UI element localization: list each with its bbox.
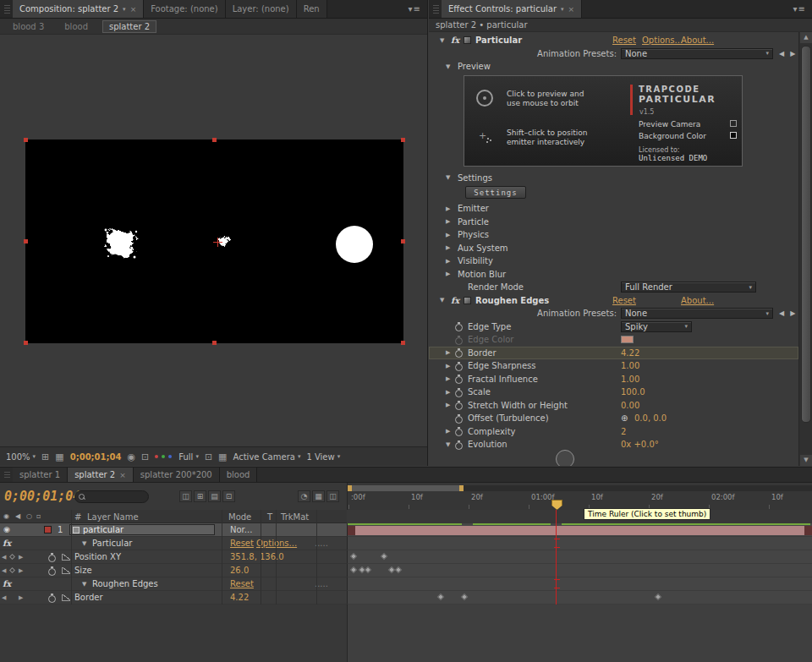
snapshot-camera-icon[interactable]: ◉ [127,451,135,462]
twirl-open-icon[interactable]: ▼ [82,581,86,588]
twirl-closed-icon[interactable]: ▶ [446,258,450,265]
ec-scrollbar[interactable]: ▲ ▼ [798,32,812,466]
tab-effect-controls[interactable]: Effect Controls: particular ▾ × [442,0,582,18]
selection-handle[interactable] [24,239,28,243]
layer-name-box[interactable]: particular [69,524,215,535]
about-link[interactable]: About... [681,36,714,45]
twirl-closed-icon[interactable]: ▶ [446,375,450,382]
preview-camera-checkbox[interactable] [730,120,737,127]
close-icon[interactable]: × [119,471,126,479]
twirl-closed-icon[interactable]: ▶ [446,218,450,225]
about-link[interactable]: About... [681,296,714,305]
selection-handle[interactable] [24,138,28,142]
layer-row[interactable]: ◉ 1 particular Nor... [0,523,812,537]
property-label[interactable]: Border [74,593,103,602]
property-label[interactable]: Position XY [74,552,121,561]
scroll-down-icon[interactable]: ▼ [800,455,812,466]
column-layer-name[interactable]: Layer Name [87,512,139,522]
tab-composition[interactable]: Composition: splatter 2 ▾ × [13,0,144,18]
twirl-closed-icon[interactable]: ▶ [446,363,450,369]
transparency-grid-icon[interactable]: ▦ [218,451,227,462]
twirl-open-icon[interactable]: ▼ [440,297,444,304]
panel-menu-icon[interactable]: ▾≡ [787,0,812,18]
stopwatch-icon[interactable] [455,414,463,423]
group-physics[interactable]: ▶ Physics [429,228,798,242]
composition-viewport[interactable] [0,35,427,446]
lane-position-xy[interactable] [347,550,812,564]
selection-handle[interactable] [401,341,405,345]
preview-group-row[interactable]: ▼ Preview [429,60,798,74]
twirl-open-icon[interactable]: ▼ [446,63,450,70]
presets-dropdown[interactable]: None ▾ [621,308,773,319]
column-trkmat[interactable]: TrkMat [281,512,309,522]
previous-preset-icon[interactable]: ◀ [779,50,784,57]
settings-group-row[interactable]: ▼ Settings [429,172,798,185]
twirl-open-icon[interactable]: ▼ [446,441,450,448]
stopwatch-icon[interactable] [455,401,463,409]
keyframe-diamond[interactable] [437,593,444,599]
stopwatch-icon[interactable] [48,594,56,602]
next-keyframe-icon[interactable]: ▶ [19,594,23,601]
keyframe-diamond[interactable] [655,593,661,599]
lane-particular-group[interactable] [347,537,812,550]
effect-group-row-roughen[interactable]: fx ▼ Roughen Edges Reset ..... [0,577,812,591]
border-value[interactable]: 4.22 [230,593,249,602]
hide-shy-layers-icon[interactable]: ▤ [208,490,221,502]
region-of-interest-icon[interactable]: ⊡ [205,451,212,462]
stopwatch-icon[interactable] [455,427,463,435]
reset-link[interactable]: Reset [230,579,254,588]
timeline-tab-splatter2[interactable]: splatter 2 × [68,468,134,482]
group-motion-blur[interactable]: ▶ Motion Blur [429,268,798,282]
column-t[interactable]: T [267,512,272,522]
options-link[interactable]: Options... [256,539,297,548]
stopwatch-icon[interactable] [455,322,463,331]
chevron-down-icon[interactable]: ▾ [561,6,564,13]
next-preset-icon[interactable]: ▶ [790,309,795,317]
stopwatch-icon[interactable] [455,388,463,397]
property-label[interactable]: Size [74,566,92,575]
render-mode-dropdown[interactable]: Full Render ▾ [621,282,756,293]
selection-handle[interactable] [401,239,405,243]
lane-size[interactable] [347,564,812,577]
tab-layer[interactable]: Layer: (none) [226,0,297,18]
group-label[interactable]: Roughen Edges [92,579,158,588]
stopwatch-icon[interactable] [455,440,463,449]
motion-blur-icon[interactable]: ◔ [298,490,310,502]
brainstorm-icon[interactable]: ◫ [326,490,339,502]
stopwatch-icon[interactable] [455,362,463,370]
scroll-up-icon[interactable]: ▲ [800,32,812,43]
mask-visibility-icon[interactable]: ▦ [55,451,63,462]
close-icon[interactable]: × [130,5,137,14]
group-particle[interactable]: ▶ Particle [429,216,798,229]
reset-link[interactable]: Reset [230,539,254,548]
effect-group-row-particular[interactable]: fx ▼ Particular Reset Options... ..... [0,537,812,550]
panel-gripper-icon[interactable] [4,4,10,14]
draft3d-icon[interactable]: ⊞ [194,490,206,502]
tab-footage[interactable]: Footage: (none) [144,0,225,18]
twirl-closed-icon[interactable]: ▶ [446,232,450,238]
twirl-open-icon[interactable]: ▼ [82,540,86,547]
stretch-value[interactable]: 0.00 [621,401,639,410]
layer-duration-bar[interactable] [348,526,812,535]
effect-header-particular[interactable]: ▼ fx Particular Reset Options... About..… [429,34,798,47]
selection-handle[interactable] [212,138,217,142]
keyframe-diamond[interactable] [395,566,402,572]
magnification-dropdown[interactable]: 100% ▾ [6,452,36,462]
viewer-tab-blood[interactable]: blood [58,21,94,32]
background-color-swatch[interactable] [730,132,737,139]
settings-button[interactable]: Settings [465,186,526,199]
twirl-closed-icon[interactable]: ▶ [446,428,450,435]
group-visibility[interactable]: ▶ Visibility [429,254,798,268]
tab-render-queue[interactable]: Ren [297,0,327,18]
twirl-closed-icon[interactable]: ▶ [446,205,450,212]
add-keyframe-icon[interactable] [9,554,15,560]
viewer-tab-blood3[interactable]: blood 3 [7,21,50,32]
fractal-influence-value[interactable]: 1.00 [621,375,639,384]
next-preset-icon[interactable]: ▶ [790,50,795,57]
scrollbar-thumb[interactable] [801,46,811,423]
add-keyframe-icon[interactable] [9,567,15,573]
reset-link[interactable]: Reset [612,36,636,45]
composition-mini-flowchart-icon[interactable]: ◫ [179,490,192,502]
column-number[interactable]: # [74,512,81,522]
chevron-down-icon[interactable]: ▾ [123,6,126,13]
